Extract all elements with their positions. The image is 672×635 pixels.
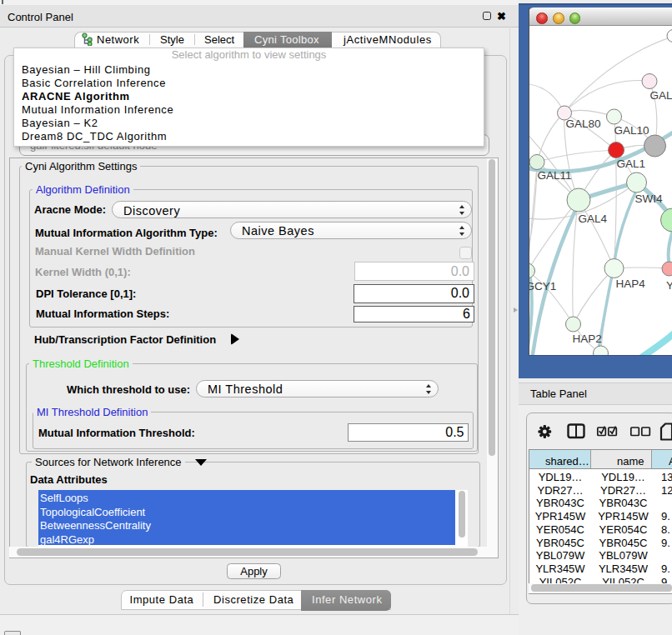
svg-text:Y: Y: [666, 279, 672, 292]
svg-text:GAL80: GAL80: [565, 118, 600, 130]
svg-text:HAP2: HAP2: [572, 332, 601, 345]
svg-text:SWI4: SWI4: [634, 192, 662, 205]
svg-text:GAL4: GAL4: [578, 212, 607, 225]
svg-text:HAP4: HAP4: [615, 278, 645, 290]
svg-text:GAL10: GAL10: [614, 124, 649, 137]
svg-text:GAL11: GAL11: [537, 169, 571, 182]
svg-text:GAL2: GAL2: [649, 89, 672, 102]
svg-text:GCY1: GCY1: [529, 280, 556, 292]
svg-text:GAL1: GAL1: [616, 158, 645, 170]
